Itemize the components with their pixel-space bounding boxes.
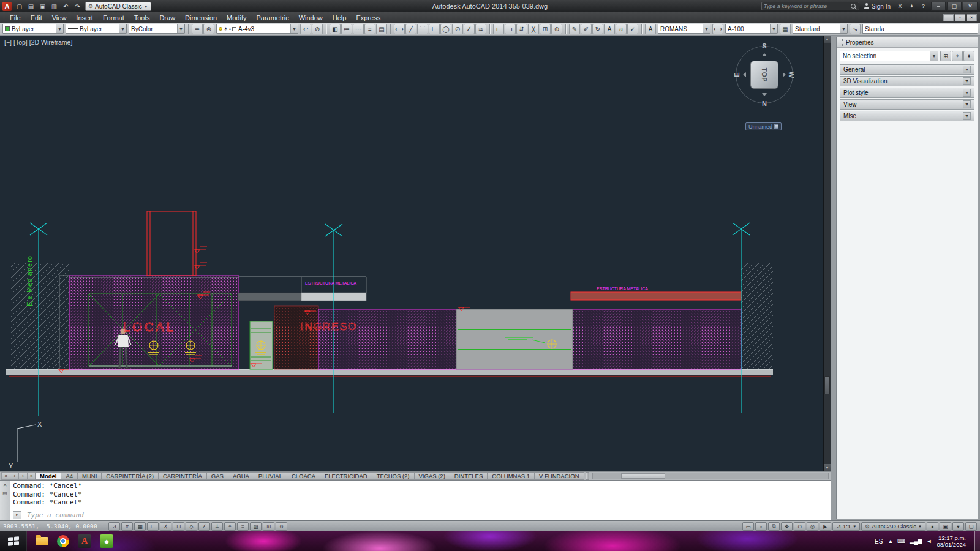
stay-connected-icon[interactable]: ✦: [907, 2, 917, 10]
open-button[interactable]: ▤: [26, 2, 36, 11]
object-snap-tracking-toggle[interactable]: ∠: [198, 522, 210, 531]
multileader-style-icon[interactable]: ↘: [850, 24, 861, 34]
menu-format[interactable]: Format: [98, 12, 129, 23]
viewcube-east-label[interactable]: E: [733, 72, 741, 77]
chevron-down-icon[interactable]: ▼: [963, 112, 971, 120]
hidden-icons-button[interactable]: ▲: [888, 538, 893, 544]
match-properties-button[interactable]: ◧: [330, 24, 341, 34]
menu-view[interactable]: View: [47, 12, 72, 23]
child-restore-button[interactable]: ▫: [955, 14, 965, 21]
new-button[interactable]: ▢: [14, 2, 24, 11]
exchange-apps-icon[interactable]: X: [895, 2, 905, 10]
menu-modify[interactable]: Modify: [222, 12, 251, 23]
transparency-toggle[interactable]: ▨: [250, 522, 262, 531]
taskbar-item-autocad[interactable]: A: [78, 534, 91, 548]
minimize-button[interactable]: –: [931, 2, 946, 11]
redo-button[interactable]: ↷: [72, 2, 83, 11]
properties-section-misc[interactable]: Misc ▼: [840, 111, 974, 121]
tab-scroll-next-button[interactable]: ›: [18, 472, 28, 480]
keyboard-icon[interactable]: ⌨: [897, 538, 905, 544]
tab-a4[interactable]: A4: [61, 472, 78, 480]
linear-dimension-button[interactable]: ⟷: [394, 24, 405, 34]
model-space-button[interactable]: ▭: [742, 522, 754, 531]
lineweight-settings-button[interactable]: ≡: [364, 24, 375, 34]
tab-v-fundacion[interactable]: V FUNDACION: [534, 472, 584, 480]
spell-check-button[interactable]: ✓: [627, 24, 638, 34]
vertical-scrollbar[interactable]: ▲ ▼: [823, 36, 831, 471]
tab-scroll-prev-button[interactable]: ‹: [10, 472, 19, 480]
tab-dinteles[interactable]: DINTELES: [450, 472, 488, 480]
tab-columnas-1[interactable]: COLUMNAS 1: [487, 472, 535, 480]
linetype-combo[interactable]: ByLayer▼: [66, 24, 127, 34]
menu-file[interactable]: File: [5, 12, 26, 23]
table-style-icon[interactable]: ▦: [780, 24, 791, 34]
workspace-lock-button[interactable]: ∎: [927, 522, 938, 531]
tab-vigas-2[interactable]: VIGAS (2): [414, 472, 450, 480]
steering-wheel-button[interactable]: ◎: [807, 522, 818, 531]
viewcube-arrow-right-icon[interactable]: [783, 72, 786, 77]
selection-cycling-toggle[interactable]: ↻: [276, 522, 287, 531]
scroll-up-icon[interactable]: ▲: [824, 36, 831, 43]
autocad-logo-icon[interactable]: A: [2, 2, 12, 11]
dimension-space-button[interactable]: ⇵: [516, 24, 527, 34]
properties-section-3d-visualization[interactable]: 3D Visualization ▼: [840, 76, 974, 86]
command-input-row[interactable]: ▸ Type a command: [10, 509, 831, 520]
single-line-text-button[interactable]: a: [616, 24, 627, 34]
layer-previous-button[interactable]: ↩: [300, 24, 311, 34]
sign-in-button[interactable]: Sign In: [862, 3, 892, 10]
vertical-scroll-thumb[interactable]: [824, 376, 830, 394]
annotation-scale-combo[interactable]: ⊿ 1:1 ▼: [832, 522, 860, 531]
multileader-style-combo[interactable]: Standa: [862, 24, 978, 34]
quick-properties-toggle[interactable]: ⊞: [263, 522, 274, 531]
table-style-combo[interactable]: Standard▼: [793, 24, 848, 34]
coordinate-readout[interactable]: 3003.5551, -5.3040, 0.0000: [3, 523, 107, 530]
text-style-combo[interactable]: ROMANS▼: [658, 24, 710, 34]
search-box[interactable]: [761, 2, 859, 10]
child-close-button[interactable]: ✕: [967, 14, 977, 21]
close-button[interactable]: ✕: [963, 2, 978, 11]
language-indicator[interactable]: ES: [875, 538, 883, 545]
properties-section-general[interactable]: General ▼: [840, 64, 974, 75]
quick-select-button[interactable]: ✦: [963, 51, 974, 61]
palette-grip-icon[interactable]: [840, 39, 843, 46]
snap-mode-toggle[interactable]: #: [121, 522, 133, 531]
menu-express[interactable]: Express: [351, 12, 385, 23]
taskbar-item-chrome[interactable]: [57, 535, 69, 547]
dynamic-ucs-toggle[interactable]: ⟂: [211, 522, 223, 531]
radius-dimension-button[interactable]: ◯: [440, 24, 451, 34]
menu-tools[interactable]: Tools: [129, 12, 155, 23]
drawing-canvas[interactable]: [−][Top][2D Wireframe]: [0, 36, 823, 471]
dimension-break-button[interactable]: ╳: [528, 24, 539, 34]
workspace-combo[interactable]: ⚙ AutoCAD Classic ▼: [85, 2, 151, 11]
baseline-dimension-button[interactable]: ⊏: [493, 24, 504, 34]
plot-button[interactable]: ▥: [49, 2, 59, 11]
show-desktop-button[interactable]: [974, 531, 980, 551]
hardware-acceleration-button[interactable]: ▣: [940, 522, 951, 531]
quick-view-layouts-button[interactable]: ▫: [755, 522, 767, 531]
chevron-down-icon[interactable]: ▼: [963, 66, 971, 73]
color-combo[interactable]: ByLayer▼: [2, 24, 64, 34]
menu-draw[interactable]: Draw: [154, 12, 180, 23]
undo-button[interactable]: ↶: [61, 2, 71, 11]
properties-section-plot-style[interactable]: Plot style ▼: [840, 88, 974, 98]
center-mark-button[interactable]: ⊕: [551, 24, 562, 34]
search-input[interactable]: [764, 3, 848, 9]
menu-parametric[interactable]: Parametric: [251, 12, 293, 23]
scroll-down-icon[interactable]: ▼: [824, 464, 831, 471]
viewcube-arrow-up-icon[interactable]: [762, 53, 767, 56]
linetype-manager-button[interactable]: ⋯: [353, 24, 364, 34]
layer-states-button[interactable]: ⊜: [203, 24, 214, 34]
viewcube-south-label[interactable]: S: [762, 42, 766, 50]
viewcube[interactable]: TOP S N E W: [733, 43, 796, 107]
dim-style-icon[interactable]: ⟷: [712, 24, 723, 34]
help-icon[interactable]: ?: [918, 2, 929, 10]
taskbar-item-green-app[interactable]: ◆: [100, 534, 113, 548]
properties-title-bar[interactable]: Properties: [837, 37, 978, 48]
restore-button[interactable]: ▢: [947, 2, 962, 11]
viewport-visual-style-control[interactable]: [2D Wireframe]: [29, 39, 73, 46]
grid-display-toggle[interactable]: ▦: [134, 522, 146, 531]
viewcube-top-face[interactable]: TOP: [750, 61, 778, 89]
tab-carpinter-a[interactable]: CARPINTERÍA: [158, 472, 207, 480]
properties-section-view[interactable]: View ▼: [840, 99, 974, 110]
polar-tracking-toggle[interactable]: ∡: [160, 522, 172, 531]
